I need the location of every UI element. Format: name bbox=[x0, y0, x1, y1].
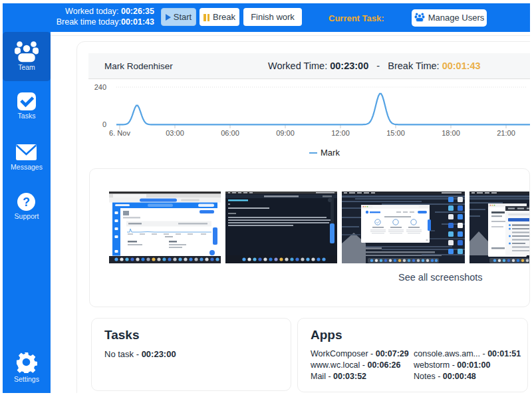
svg-text:12:00: 12:00 bbox=[331, 129, 350, 137]
svg-text:03:00: 03:00 bbox=[166, 129, 184, 137]
svg-text:06:00: 06:00 bbox=[221, 129, 239, 137]
svg-text:240: 240 bbox=[94, 83, 106, 91]
svg-text:15:00: 15:00 bbox=[386, 129, 405, 137]
svg-text:18:00: 18:00 bbox=[442, 129, 460, 137]
svg-text:6. Nov: 6. Nov bbox=[109, 129, 130, 137]
svg-text:0: 0 bbox=[102, 120, 106, 128]
svg-text:21:00: 21:00 bbox=[497, 129, 515, 137]
svg-text:?: ? bbox=[23, 196, 30, 209]
svg-text:09:00: 09:00 bbox=[276, 129, 295, 137]
